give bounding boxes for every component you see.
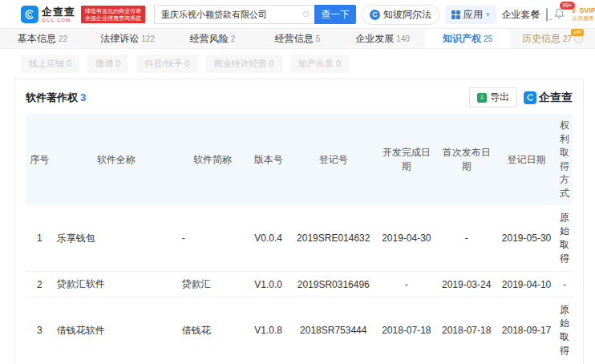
caret-down-icon: ▾	[486, 10, 490, 18]
chip-franchise[interactable]: 商业特许经营 0	[206, 55, 282, 73]
tab-legal-lawsuits[interactable]: 法律诉讼122	[85, 29, 170, 48]
filter-chip-row: 线上店铺 0 微博 0 抖音/快手 0 商业特许经营 0 知产出质 0	[0, 49, 595, 79]
search-input[interactable]	[154, 5, 314, 24]
software-copyright-table: 序号 软件全称 软件简称 版本号 登记号 开发完成日期 首次发布日期 登记日期 …	[26, 114, 573, 363]
notification-badge: 99+	[560, 2, 576, 10]
export-icon: ⇩	[477, 93, 487, 103]
table-header-row: 序号 软件全称 软件简称 版本号 登记号 开发完成日期 首次发布日期 登记日期 …	[26, 114, 573, 205]
table-row: 2 贷款汇软件 贷款汇 V1.0.0 2019SR0316496 - 2019-…	[26, 272, 573, 297]
tab-operation-risk[interactable]: 经营风险2	[170, 29, 255, 48]
tab-company-development[interactable]: 企业发展140	[340, 29, 425, 48]
chip-ip-pledge[interactable]: 知产出质 0	[290, 55, 349, 73]
section-tabs: 基本信息22 法律诉讼122 经营风险2 经营信息5 企业发展140 知识产权2…	[0, 28, 595, 49]
brand-slogan: 缔造有远见的商业传奇 全国企业信用查询系统	[81, 6, 145, 24]
export-button[interactable]: ⇩ 导出	[469, 87, 517, 107]
content-card: 软件著作权 3 ⇩ 导出 企查查 序号 软件全称 软件简称 版本号 登记号 开发…	[14, 79, 584, 364]
qcc-watermark: 企查查	[524, 91, 573, 105]
qcc-logo[interactable]: 企查查 QCC.COM	[21, 6, 75, 23]
brand-domain: QCC.COM	[42, 18, 75, 22]
svip-member-link[interactable]: ♛ SVIP 会员服务	[571, 7, 595, 22]
clear-icon[interactable]: ⊙	[302, 9, 310, 19]
chip-online-shops[interactable]: 线上店铺 0	[21, 55, 79, 73]
search-button[interactable]: 查一下	[314, 5, 356, 24]
brand-name: 企查查	[42, 6, 75, 17]
apps-grid-icon	[451, 10, 460, 19]
table-row: 3 借钱花软件 借钱花 V1.0.8 2018SR753444 2018-07-…	[26, 297, 573, 364]
alpha-icon: C	[370, 10, 380, 20]
tab-intellectual-property[interactable]: 知识产权25	[425, 29, 510, 48]
qcc-logo-icon	[21, 6, 38, 23]
tab-basic-info[interactable]: 基本信息22	[0, 29, 85, 48]
vip-badge: VIP	[571, 29, 584, 36]
tab-operation-info[interactable]: 经营信息5	[255, 29, 340, 48]
search-bar: ⊙ 查一下	[154, 5, 356, 24]
notifications[interactable]: 99+	[553, 7, 565, 22]
chip-douyin-kuaishou[interactable]: 抖音/快手 0	[136, 55, 197, 73]
software-copyright-header: 软件著作权 3 ⇩ 导出 企查查	[26, 87, 573, 107]
section-count: 3	[80, 91, 86, 103]
mobile-app-icon[interactable]	[546, 8, 548, 22]
tab-history-info[interactable]: 历史信息27 VIP ?	[510, 29, 595, 48]
top-bar: 企查查 QCC.COM 缔造有远见的商业传奇 全国企业信用查询系统 ⊙ 查一下 …	[0, 0, 595, 26]
zhibi-alpha-link[interactable]: C 知彼阿尔法	[362, 5, 439, 25]
enterprise-package-link[interactable]: 企业套餐	[502, 8, 540, 22]
chip-weibo[interactable]: 微博 0	[87, 55, 128, 73]
apps-menu[interactable]: 应用 ▾	[445, 6, 496, 24]
table-row: 1 乐享钱包 - V0.0.4 2019SRE014632 2019-04-30…	[26, 205, 573, 272]
section-title: 软件著作权	[26, 91, 78, 105]
qcc-watermark-icon	[524, 91, 536, 104]
